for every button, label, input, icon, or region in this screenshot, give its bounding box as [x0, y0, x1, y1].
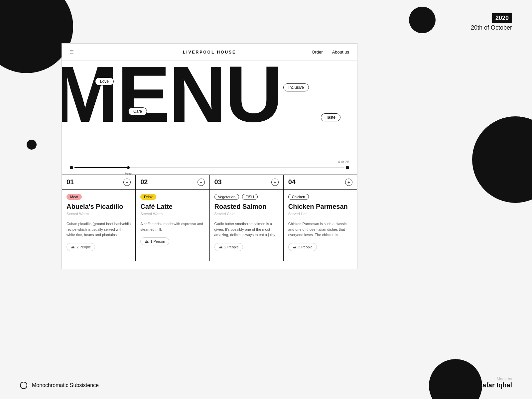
col-add-btn-1[interactable]: +	[123, 179, 131, 186]
people-icon-3: ⛰	[219, 245, 223, 249]
people-badge-1: ⛰ 2 People	[66, 243, 95, 251]
bottom-bar: Monochromatic Subsistence	[20, 382, 99, 389]
people-badge-3: ⛰ 2 People	[214, 243, 243, 251]
nav-about[interactable]: About us	[332, 50, 349, 55]
bg-shape-top-right-circle	[409, 7, 436, 33]
col-header-2: 02 +	[136, 175, 209, 190]
col-header-1: 01 +	[62, 175, 135, 190]
dish-name-3: Roasted Salmon	[214, 202, 279, 210]
tag-vegetarian: Vegetarian	[214, 194, 239, 200]
people-count-4: 2 People	[298, 245, 313, 249]
tag-meat: Meat	[66, 194, 82, 200]
people-badge-4: ⛰ 2 People	[288, 243, 317, 251]
progress-fill	[74, 167, 128, 168]
year-badge: 2020	[492, 13, 512, 23]
hamburger-icon[interactable]: ≡	[70, 48, 74, 56]
menu-col-3: 03 + Vegetarian FISH Roasted Salmon Serv…	[210, 175, 284, 261]
col-header-3: 03 +	[210, 175, 283, 190]
col-header-4: 04 +	[284, 175, 357, 190]
col-add-btn-3[interactable]: +	[271, 179, 279, 186]
people-count-1: 2 People	[76, 245, 91, 249]
nav-order[interactable]: Order	[312, 50, 323, 55]
pill-care[interactable]: Care	[128, 107, 147, 115]
progress-count: 4 of 28	[70, 160, 349, 164]
nav-links: Order About us	[312, 50, 349, 55]
tag-fish: FISH	[242, 194, 258, 200]
dish-name-4: Chicken Parmesan	[288, 202, 352, 210]
bg-shape-left-dot	[27, 140, 37, 150]
menu-columns: 01 + Meat Abuela's Picadillo Served Warm…	[62, 175, 357, 261]
people-count-2: 1 Person	[150, 239, 165, 243]
col-num-3: 03	[214, 178, 222, 186]
dish-temp-3: Served Cold	[214, 212, 279, 216]
dish-name-2: Café Latte	[140, 202, 204, 210]
col-num-2: 02	[140, 178, 148, 186]
progress-bar: Here	[70, 166, 349, 169]
dish-name-1: Abuela's Picadillo	[66, 202, 131, 210]
col-add-btn-4[interactable]: +	[345, 179, 352, 186]
progress-section: 4 of 28 Here	[62, 157, 357, 175]
pill-inclusive[interactable]: Inclusive	[283, 83, 309, 91]
made-by-name: Ali Zafar Iqbal	[468, 381, 512, 389]
bg-shape-right-large	[472, 116, 532, 203]
brand-circle-icon	[20, 382, 27, 389]
col-body-2: Drink Café Latte Served Warm A coffee dr…	[136, 190, 209, 249]
date-full: 20th of October	[471, 24, 512, 31]
people-icon-1: ⛰	[71, 245, 75, 249]
menu-col-2: 02 + Drink Café Latte Served Warm A coff…	[136, 175, 209, 261]
main-card: ≡ LIVERPOOL HOUSE Order About us MENU Lo…	[62, 43, 357, 269]
dish-desc-4: Chicken Parmesan is such a classic and o…	[288, 221, 352, 238]
col-body-3: Vegetarian FISH Roasted Salmon Served Co…	[210, 190, 283, 255]
pill-taste[interactable]: Taste	[321, 113, 340, 121]
people-badge-2: ⛰ 1 Person	[140, 237, 169, 245]
tag-drink: Drink	[140, 194, 156, 200]
dish-desc-3: Garlic butter smothered salmon is a give…	[214, 221, 279, 238]
progress-track: Here	[74, 167, 344, 168]
people-icon-2: ⛰	[145, 239, 149, 244]
hero-menu-text: MENU	[62, 61, 282, 134]
people-count-3: 2 People	[224, 245, 239, 249]
made-by: Made by Ali Zafar Iqbal	[468, 377, 512, 389]
progress-dot-left	[70, 166, 73, 169]
menu-col-4: 04 + Chicken Chicken Parmesan Served Hot…	[284, 175, 357, 261]
hero-section: MENU Love Care Inclusive Taste	[62, 61, 357, 157]
progress-dot-right	[346, 166, 349, 169]
dish-temp-1: Served Warm	[66, 212, 131, 216]
col-body-4: Chicken Chicken Parmesan Served Hot Chic…	[284, 190, 357, 255]
nav-title: LIVERPOOL HOUSE	[183, 50, 236, 55]
date-block: 2020 20th of October	[471, 13, 512, 31]
col-add-btn-2[interactable]: +	[198, 179, 205, 186]
people-icon-4: ⛰	[293, 245, 297, 249]
progress-here-label: Here	[125, 172, 132, 176]
dish-desc-2: A coffee drink made with espresso and st…	[140, 221, 204, 232]
menu-col-1: 01 + Meat Abuela's Picadillo Served Warm…	[62, 175, 136, 261]
col-num-4: 04	[288, 178, 296, 186]
dish-temp-2: Served Warm	[140, 212, 204, 216]
dish-temp-4: Served Hot	[288, 212, 352, 216]
tag-chicken: Chicken	[288, 194, 309, 200]
dish-desc-1: Cuban picadillo (ground beef hash/chili)…	[66, 221, 131, 238]
col-num-1: 01	[66, 178, 74, 186]
col-body-1: Meat Abuela's Picadillo Served Warm Cuba…	[62, 190, 135, 255]
brand-name: Monochromatic Subsistence	[32, 382, 99, 388]
navbar: ≡ LIVERPOOL HOUSE Order About us	[62, 44, 357, 61]
progress-here-dot	[127, 166, 130, 169]
made-by-label: Made by	[468, 377, 512, 381]
pill-love[interactable]: Love	[95, 77, 114, 85]
